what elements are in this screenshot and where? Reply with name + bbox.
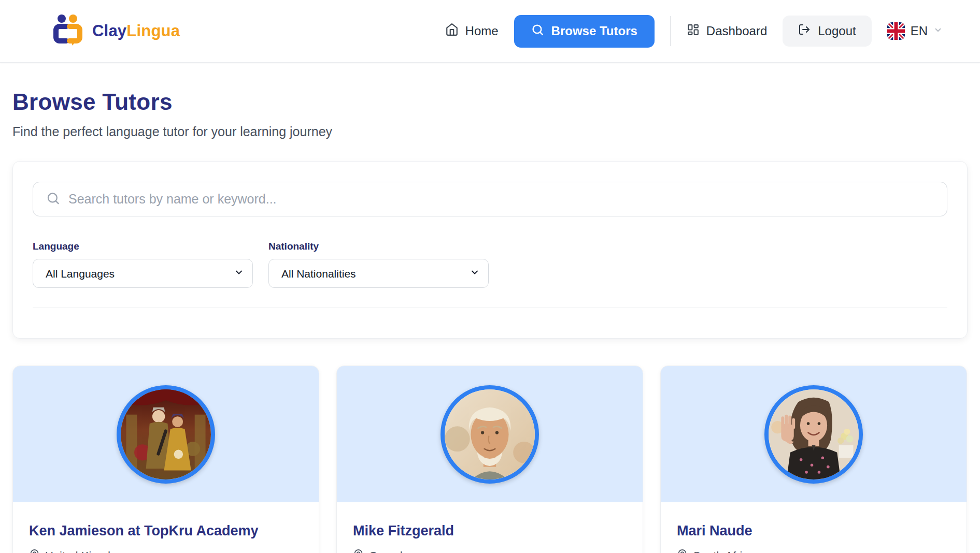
map-pin-icon — [677, 549, 688, 553]
page-subtitle: Find the perfect language tutor for your… — [12, 124, 968, 139]
tutor-card[interactable]: Mari Naude South Africa — [660, 366, 967, 553]
language-switcher[interactable]: EN — [887, 22, 943, 40]
tutor-avatar-photo — [769, 389, 859, 479]
filter-row: Language All Languages Nationality — [33, 241, 947, 288]
avatar — [117, 385, 215, 484]
tutor-country: Canada — [369, 549, 409, 553]
tutor-photo-band — [337, 366, 643, 502]
tutor-avatar-photo — [445, 389, 535, 479]
search-bar — [33, 182, 947, 216]
nav-home-label: Home — [465, 24, 499, 38]
page-content: Browse Tutors Find the perfect language … — [0, 89, 980, 553]
tutor-country: United Kingdom — [45, 549, 126, 553]
nav-dashboard-label: Dashboard — [706, 24, 767, 38]
tutor-card-body: Ken Jamieson at TopKru Academy United Ki… — [13, 502, 319, 553]
tutor-card[interactable]: Ken Jamieson at TopKru Academy United Ki… — [12, 366, 319, 553]
tutor-photo-band — [13, 366, 319, 502]
brand-name: ClayLingua — [92, 22, 180, 40]
avatar — [441, 385, 539, 484]
tutor-location: United Kingdom — [29, 549, 303, 553]
brand-name-part1: Clay — [92, 22, 126, 40]
home-icon — [445, 23, 459, 39]
tutor-card-grid: Ken Jamieson at TopKru Academy United Ki… — [12, 366, 968, 553]
tutor-card-body: Mike Fitzgerald Canada — [337, 502, 643, 553]
uk-flag-icon — [887, 22, 905, 40]
nationality-filter-group: Nationality All Nationalities — [268, 241, 489, 288]
chevron-down-icon — [933, 25, 943, 37]
tutor-avatar-photo — [121, 389, 211, 479]
brand-name-part2: Lingua — [126, 22, 180, 40]
nav-home[interactable]: Home — [445, 23, 499, 39]
search-icon — [531, 23, 544, 39]
language-filter-group: Language All Languages — [33, 241, 253, 288]
tutor-card[interactable]: Mike Fitzgerald Canada — [336, 366, 643, 553]
tutor-name: Mike Fitzgerald — [353, 523, 627, 539]
nav-browse-tutors-label: Browse Tutors — [551, 24, 637, 38]
tutor-location: South Africa — [677, 549, 950, 553]
language-filter-label: Language — [33, 241, 253, 252]
nationality-select[interactable]: All Nationalities — [268, 259, 489, 288]
tutor-location: Canada — [353, 549, 627, 553]
main-nav: Home Browse Tutors Dashboard — [445, 15, 943, 48]
map-pin-icon — [29, 549, 40, 553]
map-pin-icon — [353, 549, 364, 553]
app-header: ClayLingua Home Browse Tutors — [0, 0, 980, 63]
dashboard-icon — [687, 23, 700, 39]
logout-label: Logout — [818, 24, 856, 38]
tutor-name: Mari Naude — [677, 523, 950, 539]
filter-panel: Language All Languages Nationality — [12, 161, 968, 339]
nav-browse-tutors-button[interactable]: Browse Tutors — [514, 15, 655, 48]
search-input[interactable] — [33, 182, 947, 216]
nationality-filter-label: Nationality — [268, 241, 489, 252]
language-code: EN — [911, 24, 928, 38]
tutor-card-body: Mari Naude South Africa — [661, 502, 967, 553]
logout-icon — [798, 23, 811, 39]
nav-divider — [670, 16, 671, 46]
logout-button[interactable]: Logout — [783, 16, 871, 47]
brand-logo-icon — [51, 14, 85, 48]
language-select[interactable]: All Languages — [33, 259, 253, 288]
tutor-photo-band — [661, 366, 967, 502]
tutor-country: South Africa — [693, 549, 755, 553]
nav-dashboard[interactable]: Dashboard — [687, 23, 767, 39]
search-icon — [46, 191, 60, 207]
avatar — [764, 385, 863, 484]
page-title: Browse Tutors — [12, 89, 968, 115]
brand-logo[interactable]: ClayLingua — [51, 14, 180, 48]
tutor-name: Ken Jamieson at TopKru Academy — [29, 523, 303, 539]
filter-divider — [33, 308, 947, 308]
